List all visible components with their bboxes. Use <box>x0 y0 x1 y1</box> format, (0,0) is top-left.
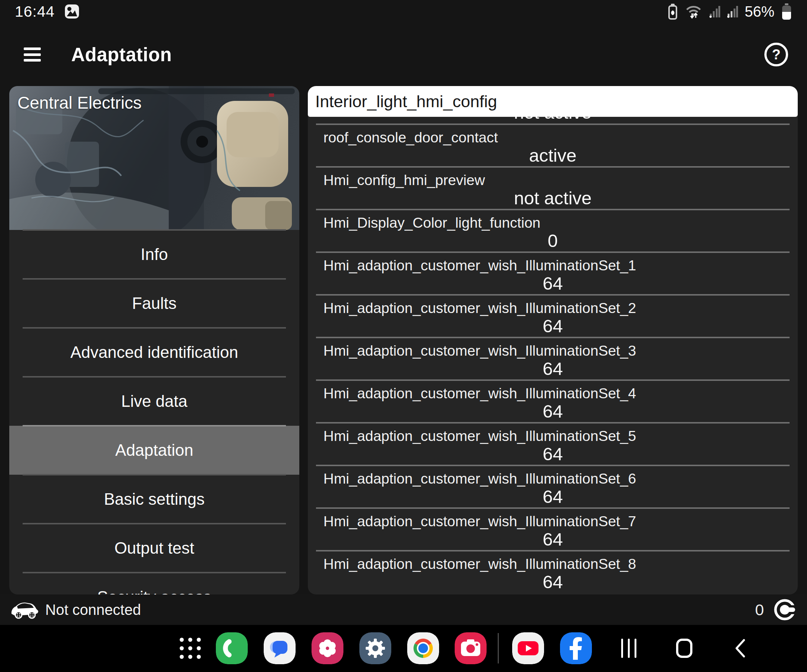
settings-icon[interactable] <box>359 632 391 664</box>
adaptation-row-value: 64 <box>308 401 798 421</box>
adaptation-row[interactable]: Hmi_adaption_customer_wish_IlluminationS… <box>308 251 798 294</box>
battery-percent: 56% <box>745 3 774 20</box>
adaptation-row[interactable]: roof_console_door_contact active <box>308 123 798 166</box>
menu-item-label: Advanced identification <box>70 343 239 362</box>
adaptation-row-label: Hmi_Display_Color_light_function <box>324 215 540 231</box>
clipped-row: not active <box>308 117 798 123</box>
wifi-icon <box>685 3 702 20</box>
adaptation-row[interactable]: Hmi_adaption_customer_wish_IlluminationS… <box>308 550 798 592</box>
menu-icon[interactable] <box>24 48 41 61</box>
nav-bar <box>0 625 807 672</box>
menu-item-label: Security access <box>97 588 211 594</box>
menu-item[interactable]: Basic settings <box>9 475 299 524</box>
menu-item-label: Faults <box>132 294 176 313</box>
clock: 16:44 <box>15 3 55 20</box>
credits-count: 0 <box>755 601 764 619</box>
adaptation-row[interactable]: Hmi_adaption_customer_wish_IlluminationS… <box>308 465 798 507</box>
adaptation-row-label: Hmi_adaption_customer_wish_IlluminationS… <box>324 428 636 444</box>
connection-status: Not connected <box>45 602 141 618</box>
adaptation-row-label: Hmi_adaption_customer_wish_IlluminationS… <box>324 343 636 359</box>
channel-name: Interior_light_hmi_config <box>315 92 497 111</box>
help-glyph: ? <box>772 47 780 63</box>
menu-item[interactable]: Info <box>9 230 299 279</box>
adaptation-row[interactable]: Hmi_Display_Color_light_function 0 <box>308 209 798 251</box>
adaptation-row[interactable]: Hmi_adaption_customer_wish_IlluminationS… <box>308 422 798 465</box>
adaptation-row-value: 0 <box>308 230 798 251</box>
adaptation-panel: Interior_light_hmi_config not active roo… <box>308 86 798 594</box>
adaptation-row-value: 64 <box>308 486 798 507</box>
chrome-icon[interactable] <box>407 632 439 664</box>
module-title: Central Electrics <box>17 93 142 113</box>
camera-icon[interactable] <box>455 632 487 664</box>
recents-icon[interactable] <box>621 638 637 659</box>
screen: 16:44 <box>0 0 807 672</box>
adaptation-row-label: Hmi_adaption_customer_wish_IlluminationS… <box>324 385 636 402</box>
messages-icon[interactable] <box>264 632 296 664</box>
adaptation-row-value: active <box>308 145 798 166</box>
adaptation-list: roof_console_door_contact active Hmi_con… <box>308 123 798 592</box>
screenshot-icon <box>65 4 80 19</box>
menu-item[interactable]: Faults <box>9 279 299 328</box>
home-icon[interactable] <box>676 639 692 658</box>
battery-icon <box>781 3 792 20</box>
module-panel: Central Electrics Info Faults Advanced i… <box>9 86 299 594</box>
channel-header[interactable]: Interior_light_hmi_config <box>308 86 798 117</box>
menu-item[interactable]: Live data <box>9 377 299 426</box>
menu-item[interactable]: Security access <box>9 572 299 594</box>
battery-saver-icon <box>668 3 678 20</box>
adaptation-row-label: Hmi_adaption_customer_wish_IlluminationS… <box>324 257 636 274</box>
adaptation-row[interactable]: Hmi_adaption_customer_wish_IlluminationS… <box>308 507 798 550</box>
adaptation-row-value: 64 <box>308 358 798 379</box>
module-hero-image: Central Electrics <box>9 86 299 230</box>
car-icon <box>10 601 38 619</box>
adaptation-row-value: 64 <box>308 315 798 336</box>
credits-area: 0 <box>755 598 797 622</box>
adaptation-row-label: Hmi_adaption_customer_wish_IlluminationS… <box>324 513 636 529</box>
menu-item[interactable]: Adaptation <box>9 426 299 475</box>
help-icon[interactable]: ? <box>764 43 788 66</box>
adaptation-row[interactable]: Hmi_adaption_customer_wish_IlluminationS… <box>308 337 798 379</box>
facebook-icon[interactable] <box>560 632 592 664</box>
menu-item-label: Adaptation <box>115 441 193 460</box>
dock-separator <box>498 633 499 664</box>
phone-icon[interactable] <box>216 632 248 664</box>
adaptation-row-value: 64 <box>308 273 798 294</box>
menu-item-label: Basic settings <box>104 490 204 508</box>
signal-icon-2 <box>727 5 738 18</box>
app-bar: Adaptation ? <box>0 23 807 86</box>
gallery-icon[interactable] <box>312 632 344 664</box>
status-left: 16:44 <box>15 3 80 20</box>
back-icon[interactable] <box>734 638 747 659</box>
adaptation-row-label: Hmi_adaption_customer_wish_IlluminationS… <box>324 471 636 487</box>
adaptation-row-value: 64 <box>308 571 798 592</box>
adaptation-row-value: 64 <box>308 443 798 464</box>
menu-item[interactable]: Advanced identification <box>9 328 299 377</box>
status-bar: 16:44 <box>0 0 807 23</box>
module-menu: Info Faults Advanced identification Live… <box>9 230 299 594</box>
adaptation-row[interactable]: Hmi_adaption_customer_wish_IlluminationS… <box>308 379 798 422</box>
connection-bar: Not connected 0 <box>0 594 807 625</box>
adaptation-row-value: 64 <box>308 529 798 549</box>
signal-icon <box>709 5 720 18</box>
menu-item-label: Live data <box>121 392 188 411</box>
app-drawer-icon[interactable] <box>179 637 201 659</box>
clipped-value: not active <box>308 117 798 123</box>
adaptation-row-label: roof_console_door_contact <box>324 129 498 146</box>
adaptation-row-label: Hmi_config_hmi_preview <box>324 172 485 188</box>
adaptation-row-label: Hmi_adaption_customer_wish_IlluminationS… <box>324 556 636 572</box>
adaptation-row-value: not active <box>308 187 798 208</box>
page-title: Adaptation <box>71 44 172 66</box>
adaptation-row[interactable]: Hmi_config_hmi_preview not active <box>308 166 798 209</box>
youtube-icon[interactable] <box>512 632 544 664</box>
credits-icon[interactable] <box>773 598 797 622</box>
menu-item-label: Output test <box>114 539 194 558</box>
menu-item[interactable]: Output test <box>9 524 299 572</box>
content: Central Electrics Info Faults Advanced i… <box>9 86 798 594</box>
menu-item-label: Info <box>141 245 168 264</box>
adaptation-row[interactable]: Hmi_adaption_customer_wish_IlluminationS… <box>308 294 798 337</box>
adaptation-row-label: Hmi_adaption_customer_wish_IlluminationS… <box>324 300 636 316</box>
status-right: 56% <box>668 3 792 20</box>
